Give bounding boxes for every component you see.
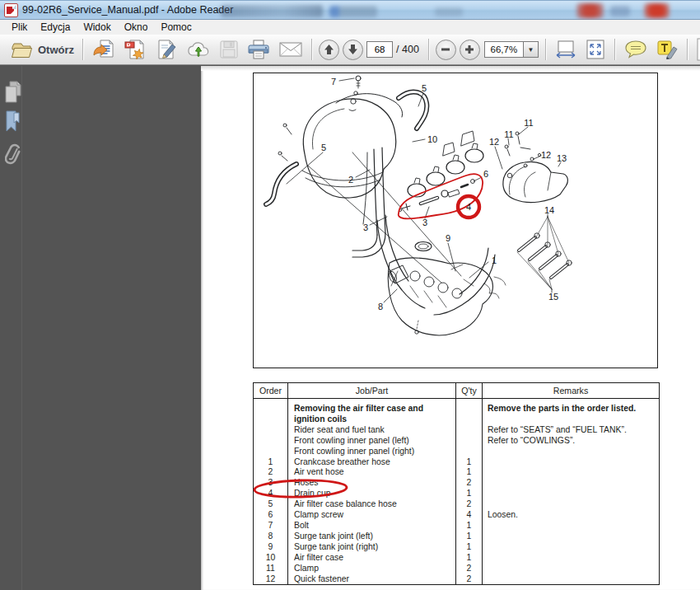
cell-order: 11 xyxy=(254,564,288,574)
cell-part: Air vent hose xyxy=(288,467,456,478)
export-pdf-icon xyxy=(92,39,115,60)
cell-remarks: Refer to “SEATS” and “FUEL TANK”. xyxy=(483,425,660,436)
page-down-icon xyxy=(348,44,358,55)
cell-order: 1 xyxy=(254,457,288,468)
save-button[interactable] xyxy=(215,37,243,62)
toolbar-separator xyxy=(614,39,616,60)
menu-okno[interactable]: Okno xyxy=(118,21,155,34)
cell-remarks xyxy=(483,489,660,499)
menu-plik[interactable]: Plik xyxy=(5,21,34,34)
diagram-callouts: 751052611111212133349181415 xyxy=(321,77,567,311)
edit-pen-icon xyxy=(155,39,178,60)
cell-remarks xyxy=(483,447,660,457)
cloud-upload-button[interactable] xyxy=(182,37,215,62)
table-row: 9Surge tank joint (right)1 xyxy=(254,542,660,553)
parts-table-body: Removing the air filter case andRemove t… xyxy=(254,399,660,585)
diagram-callout: 9 xyxy=(446,233,450,243)
table-row: 2Air vent hose1 xyxy=(254,467,660,478)
diagram-callout: 11 xyxy=(504,129,513,139)
edit-sign-button[interactable] xyxy=(151,36,182,63)
diagram-callout: 7 xyxy=(331,77,336,87)
cell-remarks xyxy=(483,574,660,585)
cell-qty: 1 xyxy=(456,542,483,553)
menu-edycja[interactable]: Edycja xyxy=(34,21,77,34)
next-page-button[interactable] xyxy=(343,40,363,60)
zoom-in-button[interactable] xyxy=(460,40,480,60)
cell-order: 6 xyxy=(254,510,288,521)
cell-remarks: Refer to “COWLINGS”. xyxy=(483,436,660,447)
table-row: 3Hoses2 xyxy=(254,478,660,489)
fit-page-button[interactable] xyxy=(581,36,610,63)
diagram-callout: 14 xyxy=(544,205,554,215)
page-thumbnails-icon[interactable] xyxy=(5,81,21,106)
table-row-highlighted: 4Drain cup1 xyxy=(254,489,660,499)
zoom-out-icon xyxy=(441,44,450,54)
cell-part: Quick fastener xyxy=(288,574,456,585)
cell-order: 7 xyxy=(254,521,288,531)
cell-order: 9 xyxy=(254,542,288,553)
cell-order xyxy=(254,414,288,425)
diagram-callout: 6 xyxy=(483,169,488,179)
export-pdf-button[interactable] xyxy=(88,36,119,63)
cell-remarks xyxy=(483,531,660,542)
cell-part: Front cowling inner panel (right) xyxy=(288,447,456,457)
cell-order xyxy=(254,447,288,457)
cell-qty xyxy=(456,436,483,447)
background-window-artifact xyxy=(221,5,323,17)
zoom-out-button[interactable] xyxy=(436,40,456,60)
table-row: 11Clamp2 xyxy=(254,564,660,574)
highlight-text-button[interactable] xyxy=(651,36,683,63)
email-button[interactable] xyxy=(274,38,307,61)
page-number-input[interactable] xyxy=(366,41,393,58)
parts-diagram: 751052611111212133349181415 xyxy=(253,73,658,368)
cell-qty xyxy=(456,425,483,436)
create-pdf-icon xyxy=(124,39,147,60)
page-up-icon xyxy=(324,44,334,55)
create-pdf-button[interactable] xyxy=(119,36,151,63)
fit-width-button[interactable] xyxy=(551,37,581,62)
toolbar: Otwórz xyxy=(0,35,700,65)
open-button[interactable]: Otwórz xyxy=(7,39,78,61)
menu-pomoc[interactable]: Pomoc xyxy=(154,21,198,34)
print-button[interactable] xyxy=(243,36,274,63)
table-row: 1Crankcase breather hose1 xyxy=(254,457,660,468)
cell-part: Hoses xyxy=(288,478,456,489)
header-job-part: Job/Part xyxy=(288,383,456,399)
pdf-page[interactable]: 751052611111212133349181415 Order Job/Pa… xyxy=(201,66,700,590)
menu-widok[interactable]: Widok xyxy=(77,21,117,34)
cloud-upload-icon xyxy=(186,40,211,59)
cell-qty xyxy=(456,414,483,425)
cell-remarks xyxy=(483,467,660,478)
zoom-level-combo[interactable]: 66,7% ▼ xyxy=(484,41,539,58)
title-bar[interactable]: 99-02R6_Service_Manual.pdf - Adobe Reade… xyxy=(0,0,700,20)
diagram-callout: 12 xyxy=(489,137,499,147)
email-icon xyxy=(278,40,303,59)
zoom-dropdown-button[interactable]: ▼ xyxy=(523,41,539,58)
cell-qty: 2 xyxy=(456,564,483,574)
cell-qty: 1 xyxy=(456,553,483,564)
table-row: ignition coils xyxy=(254,414,660,425)
table-row: 5Air filter case balance hose2 xyxy=(254,499,660,510)
header-qty: Q'ty xyxy=(456,383,483,399)
cell-part: Surge tank joint (left) xyxy=(288,531,456,542)
diagram-line-art xyxy=(266,76,572,335)
parts-table: Order Job/Part Q'ty Remarks Removing the… xyxy=(253,382,660,585)
table-header-row: Order Job/Part Q'ty Remarks xyxy=(254,383,660,399)
cell-order xyxy=(254,425,288,436)
background-window-artifact xyxy=(576,3,604,18)
document-area: 751052611111212133349181415 Order Job/Pa… xyxy=(0,66,700,590)
previous-page-button[interactable] xyxy=(319,40,339,60)
bookmarks-icon[interactable] xyxy=(5,110,21,137)
header-order: Order xyxy=(254,383,288,399)
cell-remarks xyxy=(483,457,660,468)
attachments-icon[interactable] xyxy=(5,143,21,171)
cell-qty: 2 xyxy=(456,499,483,510)
cell-order: 10 xyxy=(254,553,288,564)
diagram-callout: 8 xyxy=(378,302,383,311)
diagram-callout-circled: 4 xyxy=(466,202,471,212)
cell-remarks xyxy=(483,478,660,489)
navigation-pane-strip xyxy=(0,66,22,590)
sign-button[interactable] xyxy=(693,35,700,63)
comment-button[interactable] xyxy=(620,37,651,62)
table-row: 10Air filter case1 xyxy=(254,553,660,564)
